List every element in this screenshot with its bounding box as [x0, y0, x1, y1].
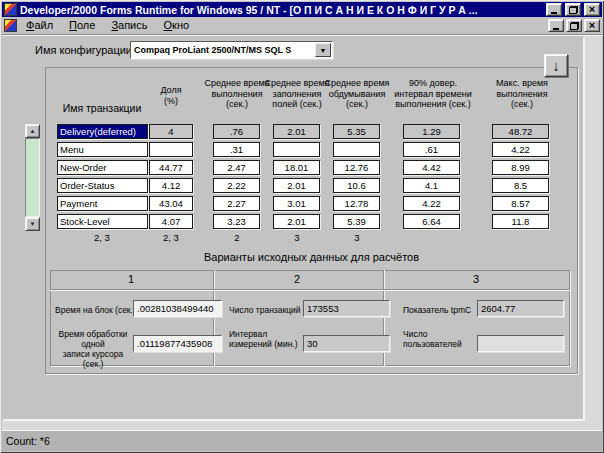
scrollbar-down-button[interactable]: ▼: [25, 217, 40, 231]
footnote: 2: [215, 232, 259, 243]
up-arrow-icon: ▲: [30, 128, 36, 134]
variant-column-header: 2: [282, 273, 312, 285]
configuration-combobox[interactable]: Compaq ProLiant 2500/NT/MS SQL S ▼: [130, 41, 333, 59]
value-cell[interactable]: 4.12: [149, 178, 193, 193]
value-cell[interactable]: 48.72: [492, 124, 549, 139]
variant-field-label: Время на блок (сек.): [55, 305, 133, 315]
value-cell[interactable]: 2.01: [273, 214, 320, 229]
scrollbar-track[interactable]: [25, 138, 40, 217]
column-header-90pct: 90% довер. интервал времени выполнения (…: [373, 78, 493, 110]
down-arrow-icon: ▼: [30, 221, 36, 227]
value-cell[interactable]: 44.77: [149, 160, 193, 175]
app-window: Developer/2000 Forms Runtime for Windows…: [0, 0, 604, 453]
column-header-max-exec: Макс. время выполнения (сек.): [478, 78, 566, 110]
value-cell[interactable]: [149, 142, 193, 157]
variant-field-value[interactable]: 2604.77: [477, 300, 564, 317]
variant-field-label: Время обработки одной записи курсора (се…: [53, 329, 133, 369]
value-cell[interactable]: 4: [149, 124, 193, 139]
value-cell[interactable]: 12.76: [333, 160, 380, 175]
value-cell[interactable]: 10.6: [333, 178, 380, 193]
value-cell[interactable]: 4.07: [149, 214, 193, 229]
value-cell[interactable]: 5.35: [333, 124, 380, 139]
chevron-down-icon: ▼: [320, 47, 327, 54]
transaction-name-header: Имя транзакции: [52, 102, 152, 114]
form-stage: Имя конфигурации Compaq ProLiant 2500/NT…: [0, 0, 604, 453]
footnote: 2, 3: [149, 232, 193, 243]
down-arrow-icon: ↓: [553, 58, 560, 74]
variant-field-label: Число транзакций: [229, 305, 303, 315]
value-cell[interactable]: 8.5: [492, 178, 549, 193]
variant-field-value[interactable]: 30: [303, 335, 390, 352]
record-scrollbar[interactable]: ▲ ▼: [25, 124, 40, 231]
value-cell[interactable]: 8.99: [492, 160, 549, 175]
value-cell[interactable]: 12.78: [333, 196, 380, 211]
status-bar: Count: *6: [2, 430, 602, 451]
value-cell[interactable]: .31: [213, 142, 260, 157]
value-cell[interactable]: 2.47: [213, 160, 260, 175]
variant-field-value[interactable]: 173553: [303, 300, 390, 317]
variants-header-line: [50, 289, 570, 290]
footnote: 3: [275, 232, 319, 243]
transaction-name-cell[interactable]: Stock-Level: [57, 214, 148, 229]
configuration-label: Имя конфигурации: [35, 44, 132, 56]
variant-field-value[interactable]: .01119877435908: [133, 335, 222, 352]
value-cell[interactable]: 43.04: [149, 196, 193, 211]
value-cell[interactable]: 4.22: [492, 142, 549, 157]
footnote: 2, 3: [80, 232, 124, 243]
value-cell[interactable]: .76: [213, 124, 260, 139]
value-cell[interactable]: 4.42: [403, 160, 460, 175]
value-cell[interactable]: .61: [403, 142, 460, 157]
combo-dropdown-button[interactable]: ▼: [315, 43, 331, 57]
variant-field-label: Интервал измерений (мин.): [229, 329, 303, 349]
value-cell[interactable]: 2.01: [273, 124, 320, 139]
variant-column-header: 1: [116, 273, 146, 285]
transaction-name-cell[interactable]: Delivery(deferred): [57, 124, 148, 139]
value-cell[interactable]: [333, 142, 380, 157]
transaction-name-cell[interactable]: New-Order: [57, 160, 148, 175]
record-count: Count: *6: [6, 435, 50, 447]
value-cell[interactable]: 4.22: [403, 196, 460, 211]
value-cell[interactable]: 18.01: [273, 160, 320, 175]
value-cell[interactable]: [273, 142, 320, 157]
scrollbar-up-button[interactable]: ▲: [25, 124, 40, 138]
transaction-name-cell[interactable]: Menu: [57, 142, 148, 157]
variant-field-value[interactable]: .00281038499440: [133, 300, 222, 317]
value-cell[interactable]: 11.8: [492, 214, 549, 229]
value-cell[interactable]: 2.01: [273, 178, 320, 193]
variant-field-value[interactable]: [477, 335, 564, 352]
transaction-name-cell[interactable]: Payment: [57, 196, 148, 211]
variants-title: Варианты исходных данных для расчётов: [45, 251, 578, 263]
value-cell[interactable]: 1.29: [403, 124, 460, 139]
value-cell[interactable]: 5.39: [333, 214, 380, 229]
configuration-value: Compaq ProLiant 2500/NT/MS SQL S: [134, 45, 291, 55]
value-cell[interactable]: 6.64: [403, 214, 460, 229]
variant-column-header: 3: [461, 273, 491, 285]
variant-field-label: Число пользователей: [403, 329, 481, 349]
value-cell[interactable]: 3.23: [213, 214, 260, 229]
scroll-down-record-button[interactable]: ↓: [544, 54, 568, 77]
transaction-name-cell[interactable]: Order-Status: [57, 178, 148, 193]
variant-field-label: Показатель tpmC: [403, 305, 481, 315]
value-cell[interactable]: 2.22: [213, 178, 260, 193]
footnote: 3: [335, 232, 379, 243]
value-cell[interactable]: 2.27: [213, 196, 260, 211]
value-cell[interactable]: 3.01: [273, 196, 320, 211]
value-cell[interactable]: 8.57: [492, 196, 549, 211]
value-cell[interactable]: 4.1: [403, 178, 460, 193]
